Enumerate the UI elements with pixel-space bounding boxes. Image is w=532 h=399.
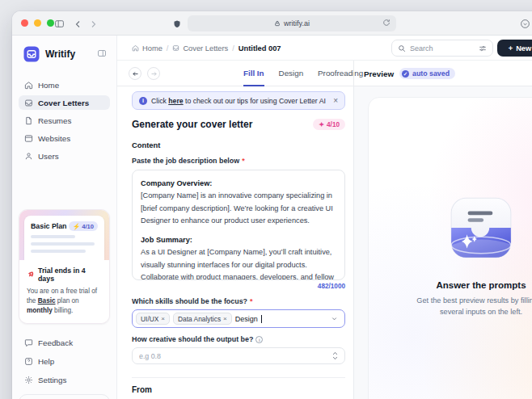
remove-tag-icon[interactable]: × — [223, 315, 227, 322]
remove-tag-icon[interactable]: × — [161, 315, 165, 322]
preview-title: Answer the prompts — [436, 280, 526, 290]
required-asterisk: * — [242, 157, 244, 165]
job-description-textarea[interactable]: Company Overview:[Company Name] is an in… — [132, 170, 345, 280]
forward-button[interactable] — [147, 67, 160, 80]
screen: writify.ai Writify — [0, 0, 532, 399]
help-icon — [24, 357, 33, 366]
address-bar[interactable]: writify.ai — [188, 15, 396, 32]
skills-label: Which skills should be the focus?* — [132, 297, 345, 305]
sidebar-item-label: Help — [38, 357, 54, 366]
trial-description: You are on a free trial of the Basic pla… — [27, 287, 102, 316]
breadcrumb-cover-letters[interactable]: Cover Letters — [172, 44, 228, 52]
sidebar-item-help[interactable]: Help — [19, 354, 110, 368]
sidebar-footer-nav: Feedback Help Settings — [12, 324, 116, 387]
plan-mini-card: Basic Plan ⚡4/10 — [24, 216, 104, 260]
browser-menu-icon[interactable] — [520, 18, 530, 32]
panel-divider — [353, 61, 354, 399]
logo-row: Writify — [12, 36, 116, 71]
tab-bar: Fill In Design Proofreading Preview ✓ au… — [117, 61, 532, 86]
sidebar-collapse-icon[interactable] — [97, 47, 107, 61]
info-icon: i — [139, 97, 147, 105]
search-box[interactable] — [391, 40, 493, 57]
search-input[interactable] — [410, 44, 475, 52]
section-label-content: Content — [132, 141, 345, 149]
browser-sidebar-toggle-icon[interactable] — [54, 18, 65, 32]
sidebar-item-label: Home — [38, 81, 59, 90]
preview-panel: Answer the prompts Get the best preview … — [353, 86, 532, 399]
section-divider — [132, 377, 345, 378]
app-name: Writify — [45, 48, 75, 60]
sidebar-item-label: Users — [38, 152, 59, 161]
tips-banner[interactable]: i Click here to check out our tips for u… — [132, 91, 345, 110]
bolt-icon: ⚡ — [73, 223, 80, 230]
inbox-icon — [172, 44, 179, 52]
new-button[interactable]: + New — [497, 40, 532, 57]
close-icon[interactable]: × — [333, 96, 338, 105]
lock-icon — [274, 20, 281, 27]
plan-name: Basic Plan — [31, 222, 67, 230]
sidebar-item-home[interactable]: Home — [19, 78, 110, 92]
preview-header: Preview ✓ auto saved — [364, 61, 455, 86]
number-stepper[interactable] — [332, 351, 338, 360]
text-cursor — [261, 315, 262, 323]
rocket-icon — [27, 271, 35, 279]
window-controls — [21, 19, 54, 27]
banner-link[interactable]: here — [168, 97, 183, 105]
required-asterisk: * — [250, 297, 252, 305]
sidebar-nav: Home Cover Letters Resumes Websites — [12, 71, 116, 163]
breadcrumb-separator: / — [167, 44, 169, 52]
preview-card: Answer the prompts Get the best preview … — [368, 97, 532, 399]
maximize-window-button[interactable] — [47, 19, 54, 27]
browser-window: writify.ai Writify — [12, 11, 532, 399]
browser-back-icon[interactable] — [74, 18, 83, 32]
tab-design[interactable]: Design — [279, 61, 304, 86]
sidebar-item-cover-letters[interactable]: Cover Letters — [19, 95, 110, 110]
sidebar-item-label: Websites — [38, 134, 70, 143]
usage-badge: ✦ 4/10 — [313, 119, 345, 130]
feedback-icon — [24, 338, 33, 347]
sidebar-item-feedback[interactable]: Feedback — [19, 335, 110, 350]
sidebar-item-settings[interactable]: Settings — [19, 372, 110, 387]
skeleton-line — [31, 250, 86, 253]
banner-text: Click here to check out our tips for usi… — [151, 97, 326, 105]
check-icon: ✓ — [402, 70, 409, 78]
trial-title-text: Trial ends in 4 days — [38, 267, 102, 283]
sidebar-item-label: Feedback — [38, 338, 73, 347]
breadcrumb-separator: / — [232, 44, 234, 52]
home-icon — [24, 81, 33, 90]
filter-sliders-icon[interactable] — [479, 44, 487, 52]
breadcrumb-current: Untitled 007 — [239, 44, 281, 52]
sidebar-item-resumes[interactable]: Resumes — [19, 113, 110, 128]
gear-icon — [24, 376, 33, 384]
page-title: Generate your cover letter — [132, 119, 252, 130]
skills-multiselect[interactable]: UI/UX× Data Analytics× Design — [132, 309, 345, 328]
user-icon — [24, 152, 33, 161]
tab-proofreading[interactable]: Proofreading — [318, 61, 363, 86]
job-description-label: Paste the job description below* — [132, 157, 345, 165]
plan-usage-badge: ⚡4/10 — [69, 221, 98, 231]
minimize-window-button[interactable] — [34, 19, 41, 27]
reload-icon[interactable] — [382, 19, 391, 27]
sidebar-item-users[interactable]: Users — [19, 149, 110, 163]
back-button[interactable] — [129, 67, 141, 80]
breadcrumb-home[interactable]: Home — [132, 44, 163, 52]
creativity-input-box[interactable] — [132, 347, 345, 364]
preview-label: Preview — [364, 69, 394, 78]
browser-forward-icon[interactable] — [88, 18, 98, 32]
creativity-label: How creative should the output be? i — [132, 335, 345, 343]
char-count: 482/1000 — [132, 283, 345, 290]
browser-window-icon — [24, 134, 33, 143]
editor-tabs: Fill In Design Proofreading — [243, 61, 363, 86]
skills-typed-text: Design — [235, 315, 258, 323]
user-account-card[interactable] — [19, 394, 110, 399]
shield-icon[interactable] — [172, 18, 182, 32]
main-area: Home / Cover Letters / Untitled 007 — [117, 36, 532, 399]
autosave-badge: ✓ auto saved — [399, 68, 455, 79]
sidebar-item-websites[interactable]: Websites — [19, 131, 110, 145]
tab-fill-in[interactable]: Fill In — [243, 61, 264, 86]
home-icon — [132, 44, 139, 52]
chevron-down-icon[interactable] — [331, 315, 338, 322]
creativity-input[interactable] — [139, 352, 332, 360]
close-window-button[interactable] — [21, 19, 28, 27]
sidebar-item-label: Resumes — [38, 116, 71, 125]
